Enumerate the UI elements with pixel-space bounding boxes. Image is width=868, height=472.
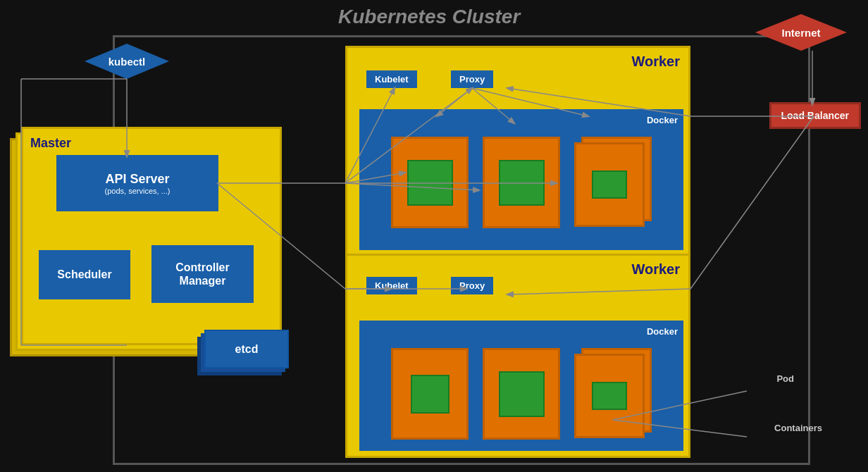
container5-1 [499,371,545,417]
pod6 [574,348,652,440]
kubectl-label: kubectl [108,56,146,68]
etcd-stack: etcd [204,330,289,368]
pod2 [483,137,560,228]
diagram-container: Kubernetes Cluster Internet Load Balance… [0,0,868,472]
pod3 [574,137,652,228]
controller-manager-box: Controller Manager [151,245,254,303]
kubectl-node: kubectl [85,44,169,79]
worker2-label: Worker [631,261,680,278]
kubelet1-box: Kubelet [366,70,417,88]
proxy1-label: Proxy [459,74,485,85]
container2-1 [499,160,545,206]
internet-label: Internet [781,27,820,39]
containers-legend-label: Containers [774,423,822,433]
load-balancer-box: Load Balancer [769,102,861,129]
worker1-label: Worker [631,54,680,70]
proxy1-box: Proxy [451,70,493,88]
scheduler-box: Scheduler [39,250,130,299]
docker2-label: Docker [365,326,678,337]
container1-1 [407,160,453,206]
pod4 [391,348,469,440]
proxy2-label: Proxy [459,280,485,291]
docker1-label: Docker [365,115,678,125]
container6-2 [592,382,627,410]
kubelet1-label: Kubelet [375,74,409,85]
pod3-front [574,142,645,227]
master-label: Master [30,136,273,151]
pods-row2 [365,341,678,447]
docker2-box: Docker [359,321,683,451]
internet-diamond-shape: Internet [755,14,847,51]
etcd-label: etcd [235,343,259,356]
cluster-title: Kubernetes Cluster [338,6,520,28]
controller-manager-label: Controller Manager [151,261,254,287]
api-server-title: API Server [105,172,169,187]
scheduler-label: Scheduler [57,268,111,281]
container3-2 [592,170,627,199]
docker1-box: Docker [359,109,683,250]
kubelet2-label: Kubelet [375,280,409,291]
kubectl-diamond-shape: kubectl [85,44,169,79]
api-server-subtitle: (pods, services, ...) [105,187,170,195]
pod-legend-label: Pod [776,373,794,384]
pod6-front [574,354,645,438]
etcd-box: etcd [204,330,289,368]
pods-row1 [365,130,678,235]
internet-node: Internet [755,14,847,51]
load-balancer-label: Load Balancer [781,110,849,121]
api-server-box: API Server (pods, services, ...) [56,155,218,211]
container4-1 [411,375,450,414]
kubelet2-box: Kubelet [366,277,417,294]
proxy2-box: Proxy [451,277,493,294]
pod5 [483,348,560,440]
pod1 [391,137,469,228]
